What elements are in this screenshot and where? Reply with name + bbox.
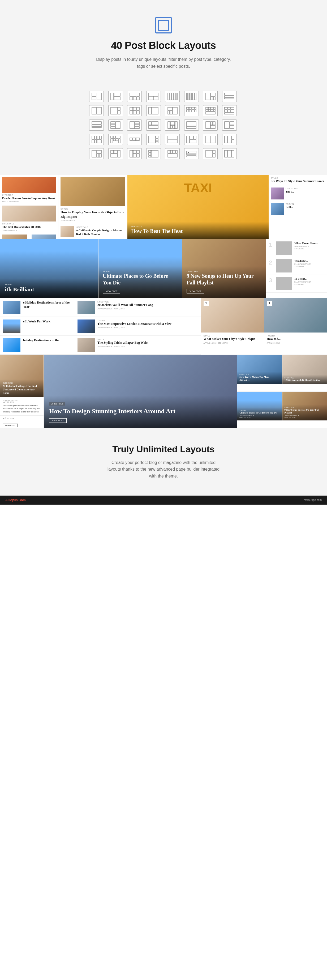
layout-icon-7[interactable] bbox=[203, 91, 217, 102]
view-post-btn-2[interactable]: VIEW POST bbox=[187, 289, 204, 293]
svg-rect-159 bbox=[187, 154, 196, 155]
svg-rect-51 bbox=[189, 107, 191, 110]
feature-brilliant[interactable]: TRAVEL ith Brilliant bbox=[0, 239, 98, 298]
layout-icon-20[interactable] bbox=[146, 119, 161, 130]
layout-icon-6[interactable] bbox=[184, 91, 199, 102]
numbered-item-3[interactable]: 3 10 Best R... ELLIOT ALDERSON 379 VIEWS bbox=[266, 275, 327, 293]
post-how-display[interactable]: STYLE How to Display Your Favorite Objec… bbox=[59, 175, 127, 223]
layout-icon-12[interactable] bbox=[146, 105, 161, 116]
footer-section: Truly Unlimited Layouts Create your perf… bbox=[0, 428, 327, 496]
svg-rect-140 bbox=[114, 150, 117, 154]
layout-icon-35[interactable] bbox=[127, 148, 142, 159]
layout-icon-8[interactable] bbox=[222, 91, 237, 102]
grid-cell-3[interactable]: TRAVEL Ultimate Places to Go Before You … bbox=[237, 391, 282, 421]
view-post-btn-3[interactable]: VIEW POST bbox=[3, 423, 18, 427]
view-post-btn-4[interactable]: View Post bbox=[49, 418, 67, 423]
layout-icon-22[interactable] bbox=[184, 119, 199, 130]
layout-icon-25[interactable] bbox=[89, 134, 104, 145]
icons-grid bbox=[89, 91, 238, 159]
numbered-item-2[interactable]: 2 Wardrobe... ELLIOT ALDERSON 379 VIEWS bbox=[266, 257, 327, 275]
layout-icon-17[interactable] bbox=[89, 119, 104, 130]
slide-ultimate-places[interactable]: TRAVEL Ultimate Places to Go Before You … bbox=[98, 239, 182, 298]
svg-rect-114 bbox=[116, 138, 118, 141]
layout-icon-39[interactable] bbox=[203, 148, 217, 159]
layout-icon-33[interactable] bbox=[89, 148, 104, 159]
svg-rect-100 bbox=[230, 122, 234, 125]
post-powder-rooms[interactable]: INTERIOR Powder Rooms Sure to Impress An… bbox=[0, 175, 58, 204]
layout-icon-10[interactable] bbox=[108, 105, 123, 116]
numbered-item-1[interactable]: 1 When Two or Four... JOANNA WELICK 379 … bbox=[266, 239, 327, 257]
layout-icon-24[interactable] bbox=[222, 119, 237, 130]
layout-icon-40[interactable] bbox=[222, 148, 237, 159]
card-howto[interactable]: 2 Howto How to i... APRIL 25, 2016 bbox=[264, 298, 327, 355]
layout-icon-19[interactable] bbox=[127, 119, 142, 130]
layout-icon-29[interactable] bbox=[165, 134, 180, 145]
svg-rect-113 bbox=[113, 138, 116, 141]
layout-icon-11[interactable] bbox=[127, 105, 142, 116]
list-holiday-in[interactable]: holiday Destinations in the bbox=[0, 336, 74, 355]
layout-icon-38[interactable] bbox=[184, 148, 199, 159]
svg-rect-117 bbox=[133, 138, 136, 140]
svg-rect-144 bbox=[133, 150, 136, 154]
logo-icon bbox=[154, 16, 173, 35]
svg-rect-54 bbox=[187, 110, 189, 112]
layout-icon-2[interactable] bbox=[108, 91, 123, 102]
center-list: LIFESTYLE 20 Jackets You'll Wear All Sum… bbox=[74, 298, 201, 355]
post-best-dressed[interactable]: LIFESTYLE The Best Dressed Men Of 2016 J… bbox=[0, 204, 58, 233]
svg-rect-135 bbox=[92, 150, 96, 157]
layout-icon-23[interactable] bbox=[203, 119, 217, 130]
svg-rect-116 bbox=[130, 138, 132, 140]
layout-icon-37[interactable] bbox=[165, 148, 180, 159]
layout-icon-18[interactable] bbox=[108, 119, 123, 130]
slide-nine-songs[interactable]: LIFESTYLE 9 New Songs to Heat Up Your Fa… bbox=[182, 239, 266, 298]
svg-rect-101 bbox=[230, 126, 234, 129]
list-jackets[interactable]: LIFESTYLE 20 Jackets You'll Wear All Sum… bbox=[74, 298, 201, 317]
layout-icon-14[interactable] bbox=[184, 105, 199, 116]
layout-icon-13[interactable] bbox=[165, 105, 180, 116]
layout-icon-31[interactable] bbox=[203, 134, 217, 145]
layout-icon-3[interactable] bbox=[127, 91, 142, 102]
svg-rect-145 bbox=[137, 150, 139, 154]
grid-cell-1[interactable]: LIFESTYLE How Travel Makes You More Attr… bbox=[237, 355, 282, 384]
layout-icon-21[interactable] bbox=[165, 119, 180, 130]
grid-cell-4[interactable]: LIFESTYLE 9 New Songs to Heat Up Your Fa… bbox=[282, 391, 327, 421]
layout-icon-1[interactable] bbox=[89, 91, 104, 102]
view-post-btn-1[interactable]: VIEW POST bbox=[103, 289, 120, 293]
card-city-style[interactable]: 1 STYLE What Makes Your City's Style Uni… bbox=[201, 298, 264, 355]
svg-rect-106 bbox=[92, 140, 94, 143]
svg-rect-33 bbox=[92, 107, 96, 114]
center-interior-feature[interactable]: LIFESTYLE How To Design Stunning Interio… bbox=[44, 355, 237, 428]
layout-icon-36[interactable] bbox=[146, 148, 161, 159]
svg-rect-115 bbox=[119, 138, 120, 143]
svg-rect-83 bbox=[135, 124, 139, 126]
layout-icon-27[interactable] bbox=[127, 134, 142, 145]
svg-rect-5 bbox=[111, 93, 113, 100]
svg-rect-126 bbox=[190, 136, 193, 139]
layout-icon-4[interactable] bbox=[146, 91, 161, 102]
svg-rect-43 bbox=[137, 111, 139, 114]
svg-rect-57 bbox=[195, 110, 196, 112]
layout-icon-9[interactable] bbox=[89, 105, 104, 116]
svg-rect-39 bbox=[133, 107, 136, 110]
grid-cell-2[interactable]: LIFESTYLE 12 Kitchens with Brilliant Lig… bbox=[282, 355, 327, 384]
layout-icon-34[interactable] bbox=[108, 148, 123, 159]
layout-icon-30[interactable] bbox=[184, 134, 199, 145]
svg-rect-61 bbox=[214, 107, 215, 109]
layout-icon-15[interactable] bbox=[203, 105, 217, 116]
layout-icon-32[interactable] bbox=[222, 134, 237, 145]
svg-rect-94 bbox=[187, 126, 196, 129]
layout-icon-5[interactable] bbox=[165, 91, 180, 102]
gallery-left: INTERIOR 24 Colorful Ceilings That Add U… bbox=[0, 355, 44, 428]
list-london[interactable]: TRAVEL The Most Impressive London Restau… bbox=[74, 317, 201, 336]
list-work[interactable]: e It Work For Work bbox=[0, 317, 74, 336]
demo-row-3: e Holiday Destinations for n of the Year… bbox=[0, 298, 327, 355]
layout-icon-28[interactable] bbox=[146, 134, 161, 145]
feature-beat-heat[interactable]: TAXI LIFESTYLE How To Beat The Heat bbox=[127, 175, 268, 239]
layout-icon-16[interactable] bbox=[222, 105, 237, 116]
list-styling[interactable]: STYLE The Styling Trick: a Paper-Bag Wai… bbox=[74, 336, 201, 355]
post-stay-cool[interactable]: STYLE Stay Cool Italian Style bbox=[0, 233, 29, 239]
list-holiday[interactable]: e Holiday Destinations for n of the Year bbox=[0, 298, 74, 317]
layout-icon-26[interactable] bbox=[108, 134, 123, 145]
post-sneakers[interactable]: LIFESTYLE Sneakers To Give You Happy Fee… bbox=[29, 233, 59, 239]
gallery-main-img[interactable]: INTERIOR 24 Colorful Ceilings That Add U… bbox=[0, 355, 43, 397]
